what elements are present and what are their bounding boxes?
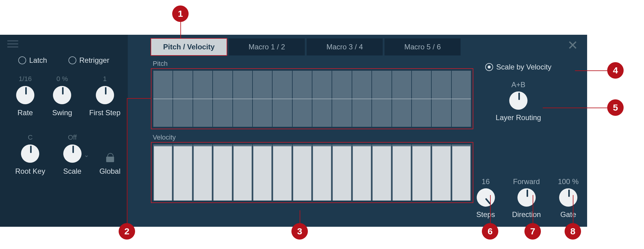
radio-icon bbox=[18, 56, 26, 64]
knob-row-1: 1/16 Rate 0 % Swing 1 First Step bbox=[7, 75, 120, 117]
knob-row-2: C Root Key Off Scale ⌄ Global bbox=[7, 133, 120, 176]
latch-label: Latch bbox=[29, 56, 47, 65]
scale-label: Scale bbox=[63, 167, 82, 176]
first-step-value: 1 bbox=[103, 75, 107, 83]
lock-icon[interactable] bbox=[106, 153, 114, 162]
swing-value: 0 % bbox=[57, 75, 68, 83]
velocity-step[interactable] bbox=[214, 146, 231, 201]
velocity-step[interactable] bbox=[194, 146, 212, 201]
knob-dial[interactable] bbox=[559, 188, 577, 207]
velocity-step[interactable] bbox=[313, 146, 331, 201]
layer-routing-label: Layer Routing bbox=[496, 113, 541, 122]
swing-label: Swing bbox=[52, 108, 72, 117]
first-step-label: First Step bbox=[89, 108, 120, 117]
velocity-step[interactable] bbox=[293, 146, 311, 201]
direction-value: Forward bbox=[513, 177, 540, 186]
rate-label: Rate bbox=[17, 108, 33, 117]
global-label: Global bbox=[99, 167, 120, 176]
marker-6: 6 bbox=[482, 223, 498, 240]
velocity-step[interactable] bbox=[273, 146, 291, 201]
knob-dial[interactable] bbox=[21, 144, 39, 163]
velocity-step[interactable] bbox=[452, 146, 470, 201]
velocity-step[interactable] bbox=[413, 146, 430, 201]
knob-dial[interactable] bbox=[53, 86, 71, 104]
scale-knob[interactable]: Off Scale ⌄ bbox=[62, 133, 82, 176]
steps-label: Steps bbox=[476, 210, 495, 219]
velocity-step[interactable] bbox=[373, 146, 391, 201]
retrigger-label: Retrigger bbox=[79, 56, 110, 65]
velocity-step[interactable] bbox=[432, 146, 450, 201]
retrigger-toggle[interactable]: Retrigger bbox=[68, 56, 110, 65]
marker-2: 2 bbox=[119, 223, 135, 240]
rate-value: 1/16 bbox=[19, 75, 32, 83]
close-icon[interactable]: ✕ bbox=[567, 39, 578, 52]
tab-pitch-velocity[interactable]: Pitch / Velocity bbox=[151, 38, 227, 55]
radio-icon bbox=[68, 56, 76, 64]
steps-value: 16 bbox=[482, 177, 490, 186]
swing-knob[interactable]: 0 % Swing bbox=[52, 75, 72, 117]
gate-knob[interactable]: 100 % Gate bbox=[558, 177, 579, 219]
knob-dial[interactable] bbox=[63, 144, 82, 163]
marker-1: 1 bbox=[172, 5, 189, 22]
direction-label: Direction bbox=[512, 210, 541, 219]
knob-dial[interactable] bbox=[473, 185, 499, 211]
tab-row: Pitch / Velocity Macro 1 / 2 Macro 3 / 4… bbox=[151, 38, 577, 55]
right-column: Scale by Velocity A+B Layer Routing bbox=[464, 63, 573, 122]
knob-dial[interactable] bbox=[96, 86, 114, 104]
toggle-row: Latch Retrigger bbox=[7, 56, 120, 65]
rate-knob[interactable]: 1/16 Rate bbox=[15, 75, 35, 117]
knob-dial[interactable] bbox=[509, 91, 527, 110]
root-key-value: C bbox=[28, 133, 33, 141]
steps-knob[interactable]: 16 Steps bbox=[476, 177, 495, 219]
main-area: ✕ Pitch / Velocity Macro 1 / 2 Macro 3 /… bbox=[128, 35, 587, 227]
scale-by-velocity-label: Scale by Velocity bbox=[496, 63, 551, 71]
layer-routing-knob[interactable]: A+B Layer Routing bbox=[496, 80, 541, 122]
velocity-sequencer[interactable] bbox=[151, 142, 473, 203]
root-key-label: Root Key bbox=[15, 167, 45, 176]
bottom-knob-row: 16 Steps Forward Direction 100 % Gate bbox=[476, 177, 579, 219]
velocity-step[interactable] bbox=[393, 146, 411, 201]
layer-routing-value: A+B bbox=[511, 80, 525, 89]
velocity-step[interactable] bbox=[333, 146, 351, 201]
global-control[interactable]: Global bbox=[99, 142, 120, 176]
direction-knob[interactable]: Forward Direction bbox=[512, 177, 541, 219]
latch-toggle[interactable]: Latch bbox=[18, 56, 47, 65]
velocity-step[interactable] bbox=[253, 146, 271, 201]
first-step-knob[interactable]: 1 First Step bbox=[89, 75, 120, 117]
arpeggiator-panel: Latch Retrigger 1/16 Rate 0 % Swing 1 Fi… bbox=[0, 35, 587, 227]
velocity-step[interactable] bbox=[154, 146, 172, 201]
gate-label: Gate bbox=[560, 210, 576, 219]
marker-5: 5 bbox=[607, 99, 624, 116]
radio-icon bbox=[485, 63, 493, 71]
velocity-step[interactable] bbox=[174, 146, 192, 201]
pitch-sequencer[interactable] bbox=[151, 68, 473, 129]
tab-macro-1-2[interactable]: Macro 1 / 2 bbox=[229, 38, 305, 55]
menu-icon[interactable] bbox=[7, 40, 18, 48]
velocity-step[interactable] bbox=[353, 146, 371, 201]
marker-8: 8 bbox=[565, 223, 581, 240]
tab-macro-5-6[interactable]: Macro 5 / 6 bbox=[385, 38, 461, 55]
velocity-label: Velocity bbox=[153, 133, 577, 141]
gate-value: 100 % bbox=[558, 177, 579, 186]
scale-by-velocity-toggle[interactable]: Scale by Velocity bbox=[485, 63, 551, 71]
marker-3: 3 bbox=[291, 223, 308, 240]
tab-macro-3-4[interactable]: Macro 3 / 4 bbox=[307, 38, 383, 55]
scale-value: Off bbox=[68, 133, 77, 141]
root-key-knob[interactable]: C Root Key bbox=[15, 133, 45, 176]
knob-dial[interactable] bbox=[16, 86, 34, 104]
marker-4: 4 bbox=[607, 62, 624, 79]
marker-7: 7 bbox=[524, 223, 541, 240]
velocity-step[interactable] bbox=[234, 146, 252, 201]
chevron-down-icon[interactable]: ⌄ bbox=[84, 151, 89, 158]
sidebar: Latch Retrigger 1/16 Rate 0 % Swing 1 Fi… bbox=[0, 35, 128, 227]
